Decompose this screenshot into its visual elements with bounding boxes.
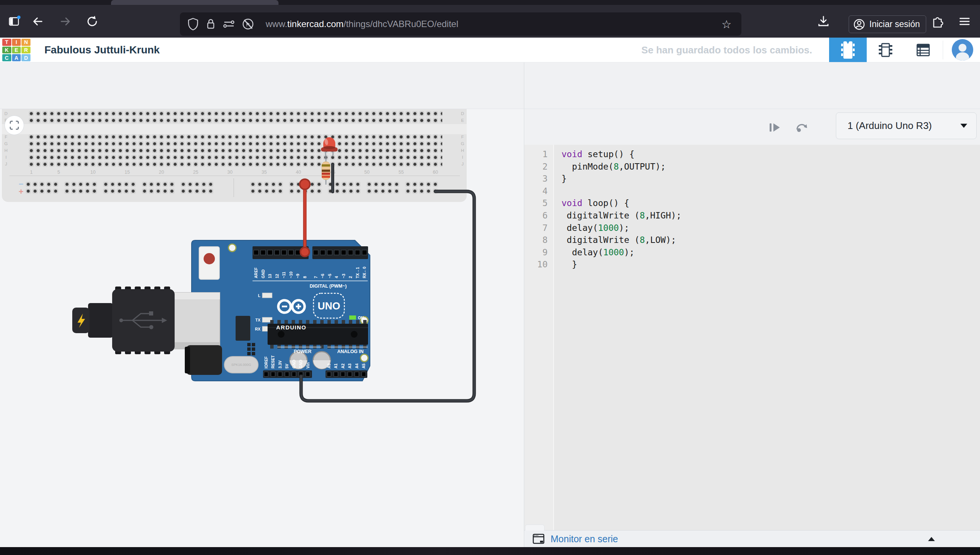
reset-button[interactable] (199, 247, 219, 279)
digital-pin-label: 4 (334, 276, 339, 278)
row-label: H (5, 148, 8, 152)
code-token: digitalWrite ( (562, 210, 640, 220)
column-number: 60 (433, 170, 438, 175)
view-components-button[interactable] (867, 38, 904, 62)
signin-button[interactable]: Iniciar sesión (849, 15, 926, 33)
url-bar[interactable]: www.tinkercad.com/things/dhcVABRu0EO/edi… (180, 13, 742, 36)
save-status: Se han guardado todos los cambios. (641, 44, 812, 56)
power-caption: POWER (294, 349, 311, 354)
code-line: 10 } (524, 258, 980, 271)
line-number: 4 (524, 185, 547, 197)
code-line: 1void setup() { (524, 148, 980, 160)
arduino-uno-board[interactable]: AREFGND1312~11~10~987~6~54~32TX→1RX←0DIG… (174, 240, 370, 381)
edit-toolbar: Hora de simulador: 00:00:22 Código Deten… (0, 63, 980, 109)
url-domain: tinkercad.com (287, 19, 343, 29)
code-line: 8 digitalWrite (8,LOW); (524, 234, 980, 246)
line-number: 9 (524, 246, 547, 259)
app-header: TINKERCAD Fabulous Juttuli-Krunk Se han … (0, 38, 980, 63)
row-label: H (461, 148, 464, 152)
sidebar-toggle-icon[interactable] (5, 13, 23, 30)
url-path: /things/dhcVABRu0EO/editel (344, 19, 459, 29)
downloads-icon[interactable] (815, 13, 832, 30)
logo-tile: R (21, 47, 31, 54)
power-pin-label: 3.3V (278, 360, 282, 369)
fit-view-icon (9, 120, 20, 131)
line-number: 10 (524, 258, 547, 271)
digital-pin-label: ~11 (282, 272, 286, 278)
serial-monitor-bar[interactable]: Monitor en serie (524, 530, 980, 547)
row-label: I (5, 155, 6, 159)
code-line: 3} (524, 173, 980, 185)
code-panel: 1 (Arduino Uno R3) 1void setup() {2 pinM… (524, 109, 980, 547)
view-list-button[interactable] (904, 38, 942, 62)
extensions-icon[interactable] (929, 13, 946, 30)
wire-junction-dot[interactable] (300, 180, 310, 189)
panel-resize-grip[interactable] (525, 525, 545, 531)
board-selector-dropdown[interactable]: 1 (Arduino Uno R3) (836, 112, 977, 139)
permissions-icon[interactable] (222, 17, 236, 31)
code-token: 1000 (598, 223, 619, 233)
code-token: ,LOW); (645, 235, 676, 245)
signin-label: Iniciar sesión (869, 19, 920, 29)
column-number: 10 (90, 170, 96, 175)
code-token: loop() { (582, 198, 629, 208)
zoom-to-fit-button[interactable] (5, 115, 24, 135)
reload-button[interactable] (84, 13, 101, 30)
row-label: E (461, 118, 464, 123)
line-number: 5 (524, 197, 547, 209)
dock-strip (0, 547, 980, 555)
digital-pin-label: ~10 (289, 271, 293, 278)
browser-active-tab[interactable] (111, 0, 278, 5)
shield-icon[interactable] (187, 17, 200, 31)
design-title[interactable]: Fabulous Juttuli-Krunk (44, 44, 159, 56)
usb-cable[interactable] (72, 287, 175, 354)
logo-tile: I (12, 39, 21, 46)
code-line: 5void loop() { (524, 197, 980, 209)
row-label: D (5, 111, 8, 116)
chip-outline-icon (877, 42, 894, 59)
rail-plus-label: + (19, 187, 24, 196)
digital-pin-label: 2 (348, 276, 352, 278)
logo-tile: D (21, 54, 31, 61)
analog-pin-label: A3 (348, 363, 352, 369)
row-label: F (461, 135, 463, 139)
code-editor[interactable]: 1void setup() {2 pinMode(8,OUTPUT);3}45v… (524, 145, 980, 530)
line-number: 8 (524, 234, 547, 246)
analog-pin-label: A1 (333, 363, 338, 369)
avatar[interactable] (952, 39, 973, 62)
serial-monitor-label: Monitor en serie (550, 534, 618, 544)
code-lines: 1void setup() {2 pinMode(8,OUTPUT);3}45v… (524, 145, 980, 271)
code-token: pinMode( (562, 162, 613, 172)
column-number: 15 (125, 170, 130, 175)
logo-tile: N (21, 39, 31, 46)
power-pin-label: IOREF (264, 356, 268, 369)
bookmark-star-icon[interactable]: ☆ (721, 18, 732, 31)
logo-tile: A (12, 54, 21, 61)
step-debug-button[interactable] (765, 118, 784, 137)
restart-simulation-button[interactable] (792, 118, 811, 137)
row-label: I (462, 155, 463, 159)
menu-icon[interactable] (956, 13, 973, 30)
column-number: 25 (193, 170, 198, 175)
header-separator (943, 41, 943, 59)
circuit-canvas[interactable]: DDEEFFGGHHIIJJ151015202530354045505560−+ (0, 109, 524, 547)
chevron-up-icon[interactable] (928, 537, 935, 541)
column-number: 50 (364, 170, 370, 175)
account-icon (853, 18, 866, 31)
blocked-permission-icon[interactable] (241, 17, 255, 31)
view-circuits-button[interactable] (829, 38, 867, 62)
breadboard[interactable]: DDEEFFGGHHIIJJ151015202530354045505560−+ (2, 109, 467, 202)
digital-pin-label: 12 (275, 274, 279, 278)
analog-pin-label: A5 (361, 363, 366, 369)
code-token: void (562, 149, 582, 159)
back-button[interactable] (29, 13, 47, 30)
power-pin-label: 5V (285, 364, 289, 369)
digital-pin-label: GND (261, 269, 266, 278)
lock-icon[interactable] (205, 17, 217, 31)
code-token: 8 (640, 235, 645, 245)
column-number: 20 (159, 170, 164, 175)
wire-pin8-dot[interactable] (300, 247, 309, 257)
forward-button[interactable] (56, 13, 74, 30)
column-number: 5 (58, 170, 60, 175)
tinkercad-logo[interactable]: TINKERCAD (2, 39, 31, 61)
